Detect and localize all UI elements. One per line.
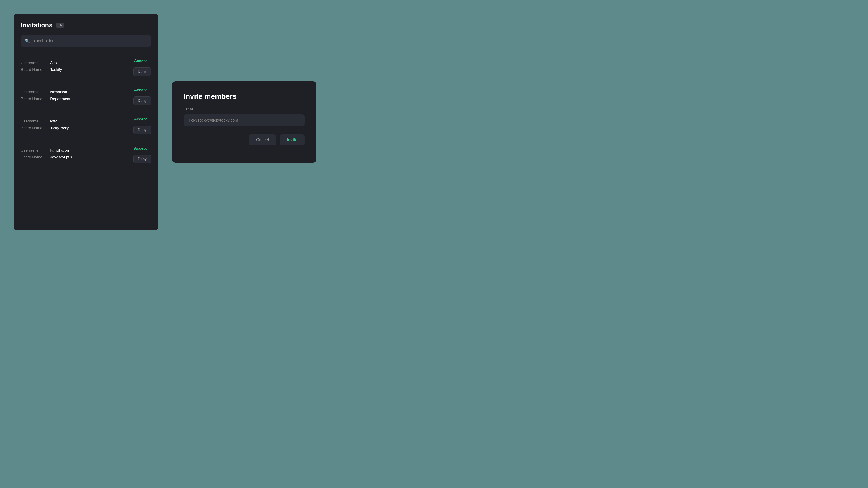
panel-title: Invitations [21, 22, 53, 29]
board-value: Javascvript's [50, 155, 72, 160]
email-form-group: Email [184, 107, 305, 126]
invitation-info: Username IamSharon Board Name Javascvrip… [21, 148, 72, 160]
search-box: 🔍 [21, 35, 151, 46]
email-label: Email [184, 107, 305, 111]
username-label: Username [21, 119, 46, 124]
accept-button[interactable]: Accept [130, 115, 151, 123]
username-value: IamSharon [50, 148, 69, 153]
username-value: Alex [50, 61, 58, 65]
username-label: Username [21, 90, 46, 94]
username-value: Nicholson [50, 90, 67, 94]
username-row: Username lotto [21, 119, 69, 124]
invite-modal: Invite members Email Cancel Invite [172, 81, 316, 163]
panel-header: Invitations 16 [21, 22, 151, 29]
cancel-button[interactable]: Cancel [249, 134, 276, 145]
username-row: Username Alex [21, 61, 62, 65]
invite-button[interactable]: Invite [280, 134, 305, 145]
invitations-panel: Invitations 16 🔍 Username Alex Board Nam… [13, 13, 158, 230]
email-input[interactable] [184, 114, 305, 126]
deny-button[interactable]: Deny [133, 126, 151, 134]
invitation-item: Username lotto Board Name TickyTocky Acc… [21, 110, 151, 139]
modal-title: Invite members [184, 92, 305, 101]
invitation-item: Username Nicholson Board Name Department… [21, 81, 151, 110]
invitation-item: Username IamSharon Board Name Javascvrip… [21, 139, 151, 168]
deny-button[interactable]: Deny [133, 155, 151, 163]
action-buttons: Accept Deny [130, 115, 151, 134]
action-buttons: Accept Deny [130, 57, 151, 76]
board-label: Board Name [21, 126, 46, 130]
username-row: Username IamSharon [21, 148, 72, 153]
search-icon: 🔍 [25, 38, 30, 43]
action-buttons: Accept Deny [130, 144, 151, 163]
modal-actions: Cancel Invite [184, 134, 305, 145]
invitations-list: Username Alex Board Name Taskify Accept … [21, 52, 151, 222]
action-buttons: Accept Deny [130, 86, 151, 105]
board-row: Board Name Taskify [21, 68, 62, 72]
board-value: Taskify [50, 68, 62, 72]
board-value: Department [50, 97, 70, 101]
board-label: Board Name [21, 155, 46, 160]
username-label: Username [21, 148, 46, 153]
invitations-badge: 16 [56, 23, 64, 28]
invitation-info: Username Nicholson Board Name Department [21, 90, 70, 101]
board-value: TickyTocky [50, 126, 69, 130]
accept-button[interactable]: Accept [130, 86, 151, 94]
deny-button[interactable]: Deny [133, 67, 151, 76]
accept-button[interactable]: Accept [130, 144, 151, 153]
search-input[interactable] [33, 39, 147, 43]
board-row: Board Name Javascvript's [21, 155, 72, 160]
invitation-info: Username Alex Board Name Taskify [21, 61, 62, 72]
invitation-item: Username Alex Board Name Taskify Accept … [21, 52, 151, 81]
username-row: Username Nicholson [21, 90, 70, 94]
board-row: Board Name Department [21, 97, 70, 101]
board-row: Board Name TickyTocky [21, 126, 69, 130]
board-label: Board Name [21, 68, 46, 72]
accept-button[interactable]: Accept [130, 57, 151, 65]
username-value: lotto [50, 119, 57, 124]
username-label: Username [21, 61, 46, 65]
deny-button[interactable]: Deny [133, 96, 151, 105]
invitation-info: Username lotto Board Name TickyTocky [21, 119, 69, 130]
board-label: Board Name [21, 97, 46, 101]
